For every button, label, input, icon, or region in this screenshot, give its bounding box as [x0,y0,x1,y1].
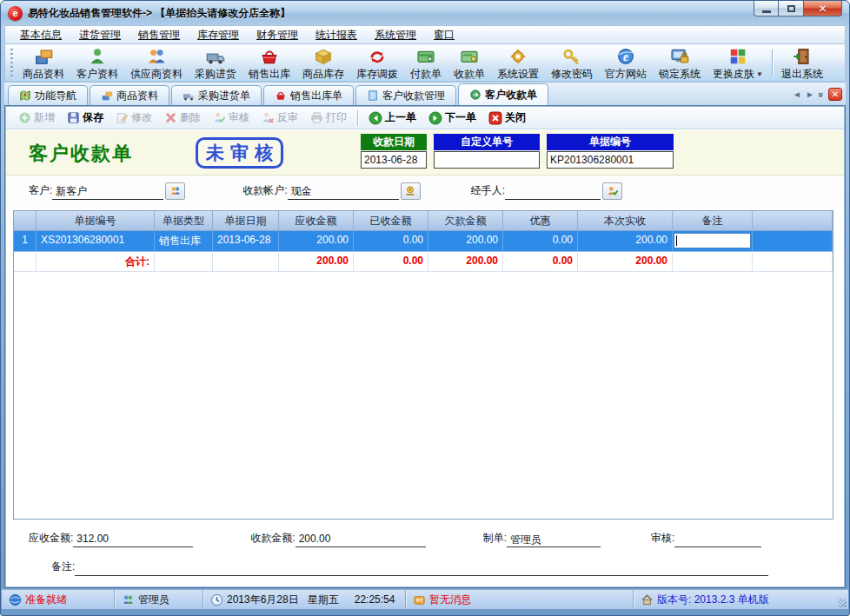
customer-lookup-button[interactable] [165,182,185,200]
toolbar-button-receipt[interactable]: 收款单 [448,46,491,80]
close-doc-button[interactable]: 关闭 [483,109,531,127]
tab-products[interactable]: 商品资料 [90,85,169,105]
message-icon [413,593,426,606]
toolbar-button-settings[interactable]: 系统设置 [491,46,545,80]
minimize-button[interactable] [754,1,779,17]
remark-field: 备注: [51,560,768,576]
toolbar-button-stock[interactable]: 商品库存 [296,46,350,80]
receipt-date-input[interactable]: 2013-06-28 [361,151,427,169]
payment-card-icon [415,47,436,66]
toolbar-button-transfer[interactable]: 库存调拨 [350,46,404,80]
menu-purchasing[interactable]: 进货管理 [71,26,129,44]
toolbar-button-sales-out[interactable]: 销售出库 [242,46,296,80]
receipt-items-grid: 单据编号 单据类型 单据日期 应收金额 已收金额 欠款金额 优惠 本次实收 备注… [13,210,833,520]
audit-icon [213,111,226,124]
window-title: 易特化妆品销售管理软件-> 【单据抬头请修改分店全称】 [28,6,290,21]
tab-purchase-order[interactable]: 采购进货单 [171,85,262,105]
svg-text:¥: ¥ [409,187,412,192]
document-number-input[interactable]: KP201306280001 [547,151,674,169]
tab-nav[interactable]: 功能导航 [8,85,88,105]
toolbar-button-customers[interactable]: 客户资料 [70,46,124,80]
delete-button[interactable]: 删除 [159,109,206,127]
website-ie-icon: e [615,47,636,66]
toolbar-button-lock-system[interactable]: 锁定系统 [653,46,707,80]
account-field: 收款帐户: 现金 ¥ [242,182,420,200]
stock-box-icon [313,47,334,66]
customer-field: 客户: 新客户 [29,182,185,200]
products-icon [101,89,113,102]
suppliers-icon [146,47,167,66]
next-icon [428,111,442,125]
creator-field: 制单: 管理员 [483,531,601,547]
print-button[interactable]: 打印 [305,109,352,127]
menu-bar: 基本信息 进货管理 销售管理 库存管理 财务管理 统计报表 系统管理 窗口 [4,25,846,43]
account-lookup-button[interactable]: ¥ [401,182,421,200]
remark-cell-editor[interactable] [674,233,751,248]
unaudit-icon [262,111,275,124]
sales-basket-icon [275,89,287,102]
toolbar-button-exit[interactable]: 退出系统 [775,46,829,80]
add-icon [18,111,31,124]
toolbar-button-payment[interactable]: 付款单 [404,46,448,80]
next-doc-button[interactable]: 下一单 [423,109,481,127]
toolbar-button-purchase[interactable]: 采购进货 [189,46,242,80]
menu-reports[interactable]: 统计报表 [308,26,365,44]
menu-finance[interactable]: 财务管理 [249,26,306,44]
main-toolbar: 商品资料 客户资料 供应商资料 采购进货 销售出库 商品库存 库存调拨 付款单 [4,43,846,82]
unaudit-button[interactable]: 反审 [256,109,303,127]
add-button[interactable]: 新增 [13,109,60,127]
maximize-button[interactable] [779,1,803,17]
receipt-doc-icon [469,89,481,101]
purchase-truck-icon [205,47,226,66]
toolbar-button-suppliers[interactable]: 供应商资料 [124,46,189,80]
doc-page-icon [367,89,379,102]
print-icon [310,111,323,124]
remark-input[interactable] [75,561,768,576]
edit-button[interactable]: 修改 [110,109,157,127]
toolbar-button-products[interactable]: 商品资料 [17,46,70,80]
menu-sales[interactable]: 销售管理 [130,26,188,44]
form-fields-row: 客户: 新客户 收款帐户: 现金 ¥ 经手人: [6,176,844,207]
tab-receipt-management[interactable]: 客户收款管理 [355,85,456,105]
custom-number-input[interactable] [434,151,540,169]
settings-gear-icon [508,47,528,66]
menu-system[interactable]: 系统管理 [367,26,424,44]
exit-door-icon [792,47,813,66]
save-button[interactable]: 保存 [62,109,109,127]
receipt-card-icon [459,47,480,66]
close-window-button[interactable]: ✕ [803,1,842,17]
menu-basic-info[interactable]: 基本信息 [12,26,70,44]
account-lookup-icon: ¥ [404,185,416,197]
received-amount-value: 200.00 [296,533,426,547]
password-key-icon [561,47,582,66]
prev-icon [369,111,382,125]
toolbar-button-website[interactable]: e 官方网站 [599,46,653,80]
audit-button[interactable]: 审核 [208,109,255,127]
grid-total-row: 合计: 200.00 0.00 200.00 0.00 200.00 [14,252,833,272]
skin-dropdown-arrow-icon[interactable]: ▼ [756,70,763,78]
toolbar-button-skin[interactable]: 更换皮肤▼ [707,46,769,80]
previous-doc-button[interactable]: 上一单 [363,109,422,127]
tab-receipt-document[interactable]: 客户收款单 [458,83,548,105]
purchase-truck-icon [183,89,195,102]
tab-list-icon[interactable]: » [816,91,827,96]
handler-input[interactable] [505,184,601,200]
edit-icon [116,111,129,124]
resize-grip-icon[interactable] [838,599,847,607]
menu-window[interactable]: 窗口 [426,26,462,44]
tab-scroll-right-icon[interactable]: ► [806,89,814,99]
form-header-band: 客户收款单 未审核 收款日期 2013-06-28 自定义单号 单据编号 KP2… [6,130,844,176]
toolbar-button-password[interactable]: 修改密码 [545,46,599,80]
handler-lookup-button[interactable] [602,182,622,200]
app-window: e 易特化妆品销售管理软件-> 【单据抬头请修改分店全称】 ✕ 基本信息 进货管… [0,0,850,616]
tab-sales-order[interactable]: 销售出库单 [263,85,354,105]
status-user: 管理员 [115,590,203,609]
menu-inventory[interactable]: 库存管理 [189,26,247,44]
grid-row-selected[interactable]: 1 XS201306280001 销售出库 2013-06-28 200.00 … [14,231,833,252]
customer-input[interactable]: 新客户 [52,184,163,200]
tab-close-icon[interactable]: ✕ [828,88,842,101]
toolbar-separator [772,50,773,76]
account-input[interactable]: 现金 [288,184,399,200]
transfer-arrows-icon [367,47,388,66]
tab-scroll-left-icon[interactable]: ◄ [793,89,801,99]
